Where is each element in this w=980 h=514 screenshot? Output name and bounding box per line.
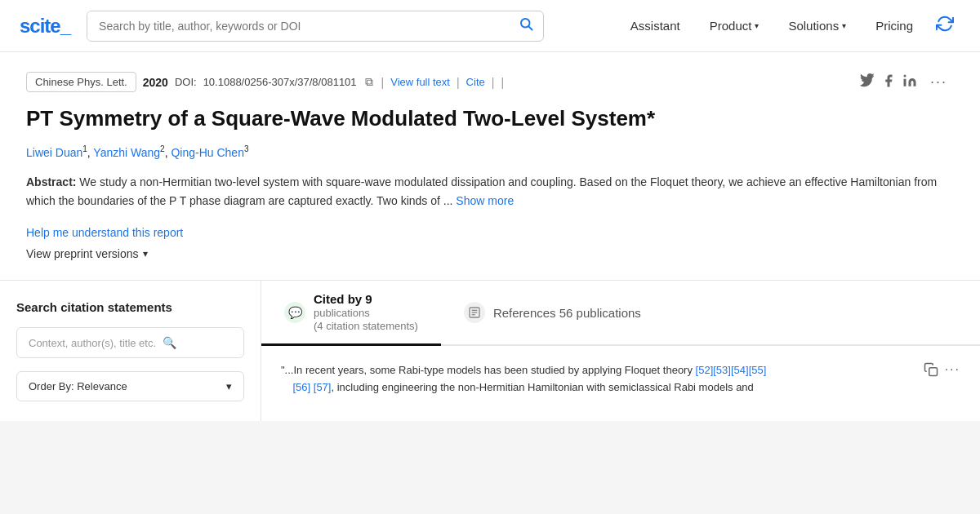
citation-row: "...In recent years, some Rabi-type mode… [281, 362, 960, 397]
show-more-link[interactable]: Show more [456, 194, 514, 207]
cited-by-tab-icon: 💬 [284, 302, 305, 323]
journal-badge: Chinese Phys. Lett. [26, 72, 136, 92]
copy-doi-icon[interactable]: ⧉ [363, 75, 375, 89]
author-2-link[interactable]: Yanzhi Wang [93, 145, 160, 158]
abstract: Abstract: We study a non-Hermitian two-l… [26, 173, 954, 210]
ref-54-link[interactable]: [54] [731, 364, 749, 376]
tab-cited-by[interactable]: 💬 Cited by 9 publications (4 citation st… [261, 281, 441, 346]
svg-rect-7 [929, 368, 937, 376]
more-options-button[interactable]: ··· [924, 73, 954, 91]
ref-52-link[interactable]: [52] [696, 364, 714, 376]
preprint-chevron-icon: ▾ [143, 248, 148, 259]
main-nav: Assistant Product ▾ Solutions ▾ Pricing [617, 11, 960, 40]
author-1-link[interactable]: Liwei Duan [26, 145, 82, 158]
citation-text-start: "...In recent years, some Rabi-type mode… [281, 364, 696, 376]
search-statements-placeholder: Context, author(s), title etc. [29, 337, 156, 349]
references-label: References 56 publications [493, 306, 641, 320]
citation-text: "...In recent years, some Rabi-type mode… [281, 362, 766, 397]
search-input[interactable] [87, 11, 509, 41]
paper-metadata: Chinese Phys. Lett. 2020 DOI: 10.1088/02… [26, 72, 954, 92]
preprint-label: View preprint versions [26, 247, 138, 260]
nav-pricing[interactable]: Pricing [862, 12, 926, 39]
cited-by-extra-label: (4 citation statements) [314, 320, 418, 333]
paper-title: PT Symmetry of a Square-Wave Modulated T… [26, 105, 954, 133]
tabs-panel: 💬 Cited by 9 publications (4 citation st… [261, 281, 980, 421]
author-1-sup: 1 [82, 144, 87, 153]
order-by-label: Order By: Relevance [29, 380, 127, 392]
tab-references[interactable]: References 56 publications [441, 281, 664, 344]
doi-value: 10.1088/0256-307x/37/8/081101 [203, 76, 357, 88]
tabs-row: 💬 Cited by 9 publications (4 citation st… [261, 281, 980, 346]
order-by-dropdown[interactable]: Order By: Relevance ▾ [16, 371, 244, 401]
linkedin-icon[interactable] [902, 73, 917, 91]
citation-content: "...In recent years, some Rabi-type mode… [261, 346, 980, 413]
sidebar-title: Search citation statements [16, 300, 244, 314]
svg-line-1 [528, 26, 532, 29]
nav-product[interactable]: Product ▾ [697, 12, 773, 39]
ref-56-link[interactable]: [56] [292, 381, 310, 393]
facebook-icon[interactable] [881, 73, 896, 91]
references-tab-icon [464, 302, 485, 323]
citation-more-options-button[interactable]: ··· [945, 362, 960, 377]
paper-section: Chinese Phys. Lett. 2020 DOI: 10.1088/02… [0, 52, 980, 281]
search-icon-button[interactable] [509, 16, 543, 35]
author-3-link[interactable]: Qing-Hu Chen [171, 145, 244, 158]
doi-label: DOI: [175, 76, 197, 88]
ref-53-link[interactable]: [53] [713, 364, 731, 376]
product-chevron-icon: ▾ [755, 21, 759, 30]
citation-actions: ··· [924, 362, 960, 380]
social-icons [860, 73, 917, 91]
preprint-toggle[interactable]: View preprint versions ▾ [26, 247, 954, 260]
refresh-icon[interactable] [929, 11, 960, 40]
svg-point-2 [903, 74, 906, 77]
header: scite_ Assistant Product ▾ Solutions ▾ P… [0, 0, 980, 52]
author-3-sup: 3 [244, 144, 249, 153]
search-bar[interactable] [87, 11, 544, 42]
paper-year: 2020 [143, 76, 168, 89]
authors-list: Liwei Duan1, Yanzhi Wang2, Qing-Hu Chen3 [26, 144, 954, 159]
nav-solutions[interactable]: Solutions ▾ [775, 12, 859, 39]
help-understand-link[interactable]: Help me understand this report [26, 226, 954, 239]
sidebar: Search citation statements Context, auth… [0, 281, 261, 421]
search-statements-icon: 🔍 [163, 336, 176, 349]
solutions-chevron-icon: ▾ [842, 21, 846, 30]
lower-section: Search citation statements Context, auth… [0, 281, 980, 421]
view-full-text-link[interactable]: View full text [390, 76, 450, 88]
nav-assistant[interactable]: Assistant [617, 12, 693, 39]
twitter-icon[interactable] [860, 73, 875, 91]
ref-57-link[interactable]: [57] [314, 381, 332, 393]
ref-55-link[interactable]: [55] [749, 364, 767, 376]
cited-by-main-label: Cited by 9 [314, 292, 418, 307]
order-by-chevron-icon: ▾ [226, 380, 232, 392]
citation-text-end: , including engineering the non-Hermitia… [331, 381, 753, 393]
cited-by-sub-label: publications [314, 307, 418, 320]
citation-copy-icon[interactable] [924, 362, 938, 380]
abstract-label: Abstract: [26, 175, 76, 188]
search-statements-input[interactable]: Context, author(s), title etc. 🔍 [16, 327, 244, 358]
author-2-sup: 2 [160, 144, 165, 153]
logo[interactable]: scite_ [20, 15, 70, 38]
cite-link[interactable]: Cite [466, 76, 485, 88]
